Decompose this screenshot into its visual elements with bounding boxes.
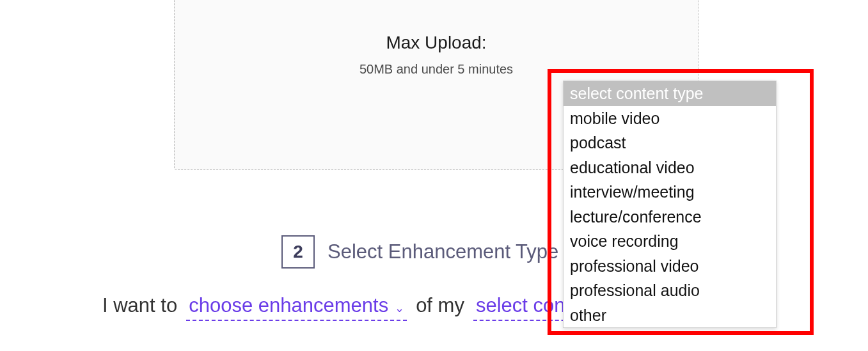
- step-number-text: 2: [293, 242, 303, 262]
- content-type-options-panel[interactable]: select content typemobile videopodcasted…: [563, 81, 777, 328]
- content-type-option[interactable]: professional audio: [564, 278, 776, 303]
- chevron-down-icon: ⌄: [395, 302, 404, 314]
- choose-enhancements-label: choose enhancements: [189, 294, 388, 317]
- choose-enhancements-dropdown[interactable]: choose enhancements ⌄: [186, 294, 407, 321]
- content-type-option[interactable]: educational video: [564, 155, 776, 180]
- content-type-option[interactable]: mobile video: [564, 106, 776, 131]
- upload-subtitle: 50MB and under 5 minutes: [175, 62, 698, 77]
- content-type-option[interactable]: select content type: [564, 81, 776, 106]
- content-type-option[interactable]: other: [564, 303, 776, 328]
- sentence-lead: I want to: [102, 294, 177, 317]
- content-type-option[interactable]: interview/meeting: [564, 180, 776, 205]
- content-type-option[interactable]: podcast: [564, 130, 776, 155]
- upload-title: Max Upload:: [175, 33, 698, 53]
- step-label: Select Enhancement Type: [327, 240, 558, 263]
- step-number-badge: 2: [281, 235, 315, 269]
- content-type-option[interactable]: voice recording: [564, 229, 776, 254]
- content-type-option[interactable]: lecture/conference: [564, 205, 776, 230]
- step-header: 2 Select Enhancement Type: [281, 235, 558, 269]
- content-type-option[interactable]: professional video: [564, 254, 776, 279]
- sentence-mid: of my: [416, 294, 464, 317]
